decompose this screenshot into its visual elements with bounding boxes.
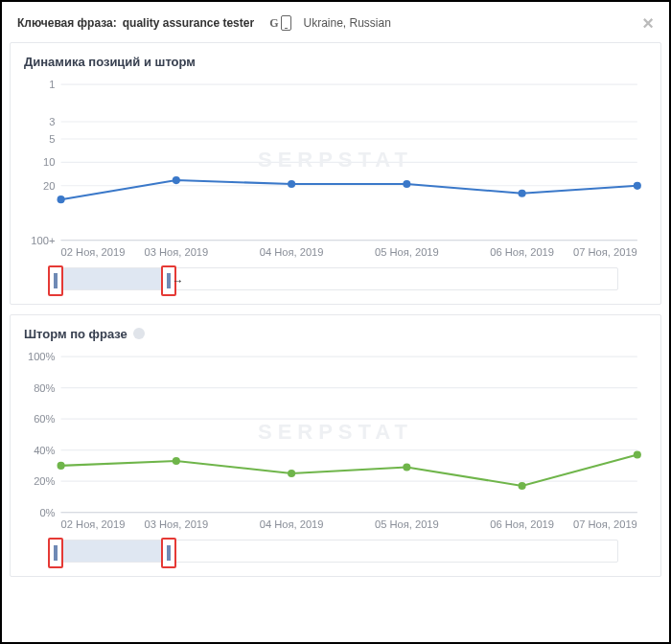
svg-point-23 bbox=[519, 190, 526, 197]
modal-header: Ключевая фраза: quality assurance tester… bbox=[10, 10, 661, 42]
svg-text:03 Ноя, 2019: 03 Ноя, 2019 bbox=[144, 518, 208, 530]
close-icon[interactable]: × bbox=[642, 13, 654, 33]
brush-handle-right[interactable] bbox=[161, 538, 176, 568]
card-title: Динамика позиций и шторм bbox=[24, 55, 647, 69]
svg-text:05 Ноя, 2019: 05 Ноя, 2019 bbox=[375, 518, 439, 530]
svg-text:20: 20 bbox=[43, 180, 55, 192]
modal-frame: { "header": { "kw_label": "Ключевая фраз… bbox=[0, 0, 671, 644]
card-title-text: Шторм по фразе bbox=[24, 327, 127, 341]
svg-text:02 Ноя, 2019: 02 Ноя, 2019 bbox=[61, 246, 126, 258]
svg-text:0%: 0% bbox=[39, 507, 55, 518]
google-icon: G bbox=[269, 16, 278, 31]
range-brush[interactable]: → bbox=[53, 267, 618, 290]
brush-handle-left[interactable] bbox=[48, 538, 63, 568]
brush-handle-left[interactable] bbox=[48, 265, 63, 296]
svg-text:03 Ноя, 2019: 03 Ноя, 2019 bbox=[144, 246, 208, 258]
svg-point-48 bbox=[519, 482, 526, 490]
svg-point-22 bbox=[403, 180, 410, 188]
range-brush[interactable] bbox=[53, 540, 618, 563]
svg-point-44 bbox=[58, 462, 65, 470]
svg-text:100%: 100% bbox=[28, 351, 56, 362]
chart-storm-svg: 0%20%40%60%80%100%02 Ноя, 201903 Ноя, 20… bbox=[24, 349, 647, 534]
svg-text:100+: 100+ bbox=[31, 235, 55, 246]
chart-positions[interactable]: SERPSTAT 1351020100+02 Ноя, 201903 Ноя, … bbox=[24, 77, 647, 262]
svg-text:07 Ноя, 2019: 07 Ноя, 2019 bbox=[573, 518, 637, 530]
svg-text:10: 10 bbox=[43, 156, 55, 168]
svg-point-46 bbox=[288, 470, 295, 477]
svg-text:60%: 60% bbox=[34, 413, 55, 425]
info-icon[interactable] bbox=[133, 328, 145, 339]
keyword-label: Ключевая фраза: bbox=[17, 16, 117, 30]
header-icons: G bbox=[269, 15, 291, 31]
svg-point-24 bbox=[634, 182, 641, 190]
svg-text:04 Ноя, 2019: 04 Ноя, 2019 bbox=[260, 518, 324, 530]
svg-text:06 Ноя, 2019: 06 Ноя, 2019 bbox=[490, 518, 554, 530]
svg-point-19 bbox=[58, 196, 65, 203]
card-positions-dynamics: Динамика позиций и шторм SERPSTAT 135102… bbox=[10, 42, 661, 305]
chart-positions-svg: 1351020100+02 Ноя, 201903 Ноя, 201904 Но… bbox=[24, 77, 647, 262]
svg-text:07 Ноя, 2019: 07 Ноя, 2019 bbox=[573, 246, 637, 258]
svg-text:80%: 80% bbox=[34, 382, 55, 394]
card-title: Шторм по фразе bbox=[24, 327, 647, 341]
svg-text:40%: 40% bbox=[34, 445, 55, 456]
mobile-icon bbox=[281, 15, 291, 31]
svg-text:02 Ноя, 2019: 02 Ноя, 2019 bbox=[61, 518, 126, 530]
svg-point-49 bbox=[634, 450, 641, 458]
svg-text:05 Ноя, 2019: 05 Ноя, 2019 bbox=[375, 246, 439, 258]
chart-storm[interactable]: SERPSTAT 0%20%40%60%80%100%02 Ноя, 20190… bbox=[24, 349, 647, 534]
svg-text:06 Ноя, 2019: 06 Ноя, 2019 bbox=[490, 246, 554, 258]
svg-point-20 bbox=[173, 176, 180, 184]
svg-text:3: 3 bbox=[49, 116, 55, 127]
keyword-value: quality assurance tester bbox=[123, 16, 254, 30]
svg-point-45 bbox=[173, 457, 180, 465]
svg-text:1: 1 bbox=[49, 79, 55, 90]
svg-text:5: 5 bbox=[49, 133, 55, 145]
svg-text:04 Ноя, 2019: 04 Ноя, 2019 bbox=[260, 246, 324, 258]
svg-text:20%: 20% bbox=[34, 475, 55, 487]
card-storm-by-phrase: Шторм по фразе SERPSTAT 0%20%40%60%80%10… bbox=[10, 314, 661, 577]
card-title-text: Динамика позиций и шторм bbox=[24, 55, 196, 69]
brush-handle-right[interactable]: → bbox=[161, 265, 176, 296]
svg-point-21 bbox=[288, 180, 295, 188]
location-label: Ukraine, Russian bbox=[303, 16, 390, 30]
svg-point-47 bbox=[403, 463, 410, 471]
